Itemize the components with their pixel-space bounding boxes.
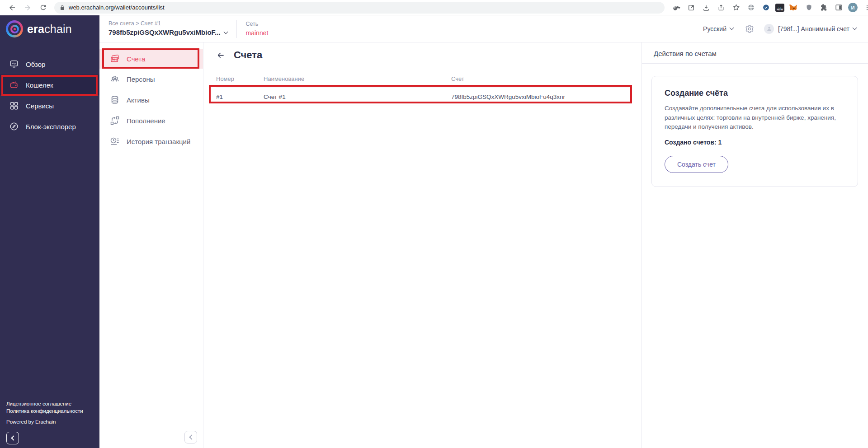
services-grid-icon — [9, 101, 19, 111]
subnav-item-transaction-history[interactable]: История транзакций — [99, 131, 203, 152]
subnav-item-label: Персоны — [127, 75, 155, 83]
powered-by-label: Powered by Erachain — [6, 419, 83, 425]
overview-icon — [9, 59, 19, 69]
extensions-puzzle-icon[interactable] — [818, 2, 829, 13]
user-avatar[interactable] — [764, 24, 774, 34]
browser-reload-icon[interactable] — [38, 2, 48, 13]
erachain-logo-text: erachain — [27, 23, 72, 36]
bookmark-star-icon[interactable] — [731, 2, 741, 13]
compass-icon — [9, 121, 19, 131]
header-divider — [236, 20, 237, 38]
browser-profile-avatar[interactable]: И — [848, 3, 858, 12]
cell-account: 798fb5zpiGSQxXWRgu5vxiMbioFu4q3xnr — [451, 93, 629, 100]
chevron-left-icon — [189, 434, 194, 439]
chevron-down-icon — [730, 26, 734, 30]
create-account-card: Создание счёта Создавайте дополнительные… — [651, 76, 858, 187]
accounts-table: Номер Наименование Счет #1 Счет #1 798fb… — [216, 72, 629, 106]
table-row[interactable]: #1 Счет #1 798fb5zpiGSQxXWRgu5vxiMbioFu4… — [216, 88, 629, 106]
subnav-item-label: История транзакций — [127, 138, 190, 145]
page: web.erachain.org/wallet/accounts/list — [0, 0, 868, 448]
table-header: Номер Наименование Счет — [216, 72, 629, 88]
subnav-item-accounts[interactable]: Счета — [99, 49, 203, 69]
license-agreement-link[interactable]: Лицензионное соглашение — [6, 400, 83, 408]
created-accounts-count: Создано счетов: 1 — [665, 139, 845, 146]
card-title: Создание счёта — [665, 89, 845, 98]
language-selector[interactable]: Русский — [703, 25, 733, 33]
page-title: Счета — [234, 49, 262, 61]
subnav-item-label: Пополнение — [127, 117, 165, 125]
erachain-logo-icon — [6, 20, 23, 37]
browser-back-icon[interactable] — [7, 2, 18, 13]
chevron-down-icon — [223, 29, 228, 34]
card-description: Создавайте дополнительные счета для испо… — [665, 104, 845, 132]
sidebar-collapse-button[interactable] — [6, 432, 19, 444]
sidebar-item-overview[interactable]: Обзор — [0, 54, 99, 75]
col-name: Наименование — [264, 75, 451, 82]
browser-toolbar: web.erachain.org/wallet/accounts/list — [0, 0, 868, 15]
persons-icon — [109, 74, 120, 84]
actions-panel: Действия по счетам Создание счёта Создав… — [642, 42, 868, 448]
download-icon[interactable] — [701, 2, 712, 13]
sidebar-item-services[interactable]: Сервисы — [0, 95, 99, 116]
shield-extension-icon[interactable] — [803, 2, 814, 13]
lock-icon — [60, 5, 65, 11]
browser-menu-kebab-icon[interactable] — [862, 2, 868, 13]
sidebar-item-label: Блок-эксплорер — [26, 123, 76, 131]
app-header: Все счета > Счет #1 798fb5zpiGSQxXWRgu5v… — [99, 15, 868, 42]
settings-gear-icon[interactable] — [745, 24, 754, 33]
url-bar[interactable]: web.erachain.org/wallet/accounts/list — [54, 2, 665, 14]
create-account-button[interactable]: Создать счет — [665, 156, 728, 173]
sidebar-item-wallet[interactable]: Кошелек — [0, 75, 99, 95]
sidebar-item-block-explorer[interactable]: Блок-эксплорер — [0, 116, 99, 137]
sidebar-footer: Лицензионное соглашение Политика конфиде… — [6, 400, 83, 444]
globe-extension-icon[interactable] — [745, 2, 756, 13]
open-in-new-icon[interactable] — [686, 2, 697, 13]
breadcrumb: Все счета > Счет #1 — [108, 20, 227, 28]
topup-icon — [109, 115, 120, 126]
accounts-cards-icon — [109, 53, 120, 64]
subnav-collapse-button[interactable] — [184, 431, 197, 443]
chevron-down-icon — [853, 26, 857, 30]
account-dropdown[interactable]: 798fb5zpiGSQxXWRgu5vxiMbioF... — [108, 28, 227, 37]
subnav-item-assets[interactable]: Активы — [99, 89, 203, 110]
browser-actions: ┌┐NEW И — [671, 2, 868, 13]
subnav-item-label: Активы — [127, 96, 150, 104]
user-account-dropdown[interactable]: [798f...] Анонимный счет — [778, 25, 856, 33]
accounts-content: Счета Номер Наименование Счет #1 Счет #1… — [203, 42, 642, 448]
actions-panel-title: Действия по счетам — [642, 42, 868, 64]
sidebar-item-label: Кошелек — [26, 81, 53, 89]
cell-name: Счет #1 — [264, 93, 451, 100]
side-panel-icon[interactable] — [833, 2, 844, 13]
person-icon — [766, 26, 772, 32]
assets-coins-icon — [109, 94, 120, 105]
cell-number: #1 — [216, 93, 264, 100]
back-button[interactable] — [216, 51, 226, 60]
erachain-logo[interactable]: erachain — [0, 15, 99, 42]
subnav-item-persons[interactable]: Персоны — [99, 69, 203, 89]
url-text: web.erachain.org/wallet/accounts/list — [69, 4, 165, 11]
chevron-left-icon — [11, 435, 16, 440]
subnav-item-label: Счета — [127, 55, 145, 63]
sidebar-item-label: Обзор — [26, 61, 45, 68]
col-number: Номер — [216, 75, 264, 82]
network-value: mainnet — [246, 29, 269, 37]
check-badge-extension-icon[interactable] — [760, 2, 771, 13]
new-extension-icon[interactable]: ┌┐NEW — [775, 4, 784, 12]
network-label: Сеть — [246, 20, 269, 28]
history-icon — [109, 136, 120, 147]
browser-forward-icon[interactable] — [22, 2, 33, 13]
password-key-icon[interactable] — [671, 2, 682, 13]
sidebar-item-label: Сервисы — [26, 102, 54, 110]
wallet-icon — [9, 80, 19, 90]
share-icon[interactable] — [716, 2, 726, 13]
metamask-extension-icon[interactable] — [788, 2, 799, 13]
subnav-item-topup[interactable]: Пополнение — [99, 110, 203, 131]
wallet-subnav: Счета Персоны — [99, 42, 203, 448]
privacy-policy-link[interactable]: Политика конфиденциальности — [6, 407, 83, 415]
col-account: Счет — [451, 75, 629, 82]
sidebar-nav: Обзор Кошелек Сервисы — [0, 54, 99, 137]
sidebar: erachain Обзор Кошелек — [0, 15, 99, 448]
